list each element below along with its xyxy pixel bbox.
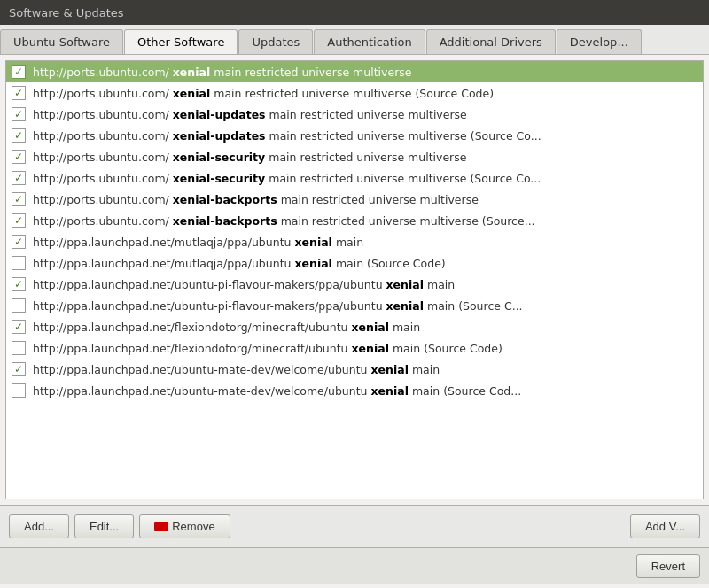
edit-button[interactable]: Edit... [74, 514, 134, 538]
repo-checkbox[interactable] [12, 320, 26, 334]
repo-checkbox[interactable] [12, 128, 26, 143]
repo-checkbox[interactable] [12, 192, 26, 206]
repo-text: http://ppa.launchpad.net/mutlaqja/ppa/ub… [33, 236, 363, 249]
repo-checkbox[interactable] [12, 235, 26, 249]
repo-text: http://ports.ubuntu.com/ xenial-backport… [33, 214, 535, 228]
repo-checkbox[interactable] [12, 362, 26, 376]
repo-text: http://ports.ubuntu.com/ xenial-updates … [33, 129, 541, 143]
repo-checkbox[interactable] [12, 86, 26, 100]
repo-item[interactable]: http://ppa.launchpad.net/flexiondotorg/m… [6, 316, 703, 337]
repo-text: http://ppa.launchpad.net/ubuntu-mate-dev… [33, 384, 521, 398]
tab-developer[interactable]: Develop... [557, 29, 642, 54]
revert-button[interactable]: Revert [636, 554, 700, 578]
repo-item[interactable]: http://ppa.launchpad.net/ubuntu-pi-flavo… [6, 274, 703, 295]
repo-item[interactable]: http://ports.ubuntu.com/ xenial-security… [6, 146, 703, 167]
remove-label: Remove [172, 520, 214, 533]
titlebar-title: Software & Updates [9, 6, 124, 19]
repo-checkbox[interactable] [12, 298, 26, 313]
repo-text: http://ports.ubuntu.com/ xenial-updates … [33, 108, 467, 121]
repo-checkbox[interactable] [12, 171, 26, 185]
tabbar: Ubuntu SoftwareOther SoftwareUpdatesAuth… [0, 25, 709, 55]
repo-item[interactable]: http://ports.ubuntu.com/ xenial-backport… [6, 189, 703, 210]
repo-item[interactable]: http://ppa.launchpad.net/mutlaqja/ppa/ub… [6, 231, 703, 252]
add-volume-button[interactable]: Add V... [630, 514, 700, 538]
repo-checkbox[interactable] [12, 213, 26, 228]
repo-text: http://ppa.launchpad.net/ubuntu-mate-dev… [33, 363, 440, 376]
revert-bar: Revert [0, 547, 709, 584]
repo-text: http://ppa.launchpad.net/mutlaqja/ppa/ub… [33, 257, 446, 270]
repo-checkbox[interactable] [12, 150, 26, 164]
add-button[interactable]: Add... [9, 514, 69, 538]
repo-item[interactable]: http://ppa.launchpad.net/ubuntu-mate-dev… [6, 359, 703, 380]
repo-text: http://ppa.launchpad.net/ubuntu-pi-flavo… [33, 278, 455, 291]
repo-text: http://ppa.launchpad.net/flexiondotorg/m… [33, 342, 503, 355]
bottom-bar: Add... Edit... Remove Add V... [0, 505, 709, 547]
repo-item[interactable]: http://ppa.launchpad.net/flexiondotorg/m… [6, 337, 703, 359]
remove-icon [154, 522, 168, 531]
tab-ubuntu-software[interactable]: Ubuntu Software [0, 29, 123, 54]
repo-item[interactable]: http://ports.ubuntu.com/ xenial-security… [6, 167, 703, 189]
repo-item[interactable]: http://ports.ubuntu.com/ xenial main res… [6, 61, 703, 82]
repo-item[interactable]: http://ppa.launchpad.net/mutlaqja/ppa/ub… [6, 252, 703, 274]
repo-checkbox[interactable] [12, 383, 26, 398]
repo-text: http://ports.ubuntu.com/ xenial-backport… [33, 193, 479, 206]
tab-other-software[interactable]: Other Software [124, 29, 238, 55]
repo-list[interactable]: http://ports.ubuntu.com/ xenial main res… [5, 60, 704, 499]
content-area: http://ports.ubuntu.com/ xenial main res… [0, 55, 709, 505]
repo-text: http://ports.ubuntu.com/ xenial main res… [33, 87, 494, 100]
repo-text: http://ports.ubuntu.com/ xenial-security… [33, 151, 466, 164]
repo-item[interactable]: http://ppa.launchpad.net/ubuntu-mate-dev… [6, 380, 703, 401]
repo-text: http://ppa.launchpad.net/ubuntu-pi-flavo… [33, 299, 523, 313]
repo-checkbox[interactable] [12, 341, 26, 355]
repo-text: http://ports.ubuntu.com/ xenial-security… [33, 172, 541, 185]
repo-item[interactable]: http://ports.ubuntu.com/ xenial-updates … [6, 104, 703, 125]
repo-checkbox[interactable] [12, 256, 26, 270]
repo-checkbox[interactable] [12, 107, 26, 121]
repo-text: http://ppa.launchpad.net/flexiondotorg/m… [33, 321, 420, 334]
repo-item[interactable]: http://ports.ubuntu.com/ xenial-backport… [6, 210, 703, 231]
tab-updates[interactable]: Updates [238, 29, 313, 54]
tab-authentication[interactable]: Authentication [314, 29, 425, 54]
repo-checkbox[interactable] [12, 277, 26, 291]
repo-item[interactable]: http://ports.ubuntu.com/ xenial main res… [6, 82, 703, 104]
titlebar: Software & Updates [0, 0, 709, 25]
remove-button[interactable]: Remove [139, 514, 230, 538]
repo-item[interactable]: http://ppa.launchpad.net/ubuntu-pi-flavo… [6, 295, 703, 316]
repo-checkbox[interactable] [12, 65, 26, 79]
repo-item[interactable]: http://ports.ubuntu.com/ xenial-updates … [6, 125, 703, 146]
repo-text: http://ports.ubuntu.com/ xenial main res… [33, 66, 411, 79]
tab-additional-drivers[interactable]: Additional Drivers [426, 29, 556, 54]
